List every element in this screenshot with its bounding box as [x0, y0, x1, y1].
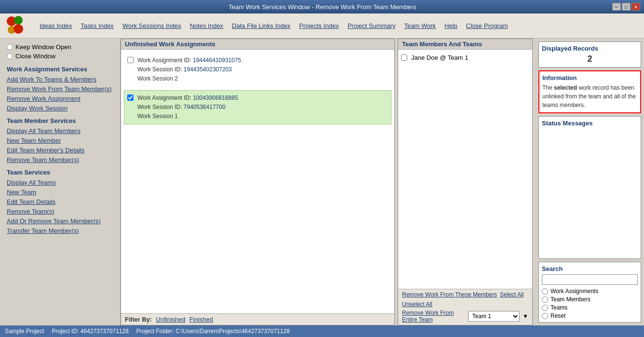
sidebar-display-all-teams[interactable]: Display All Teams — [7, 178, 113, 187]
sidebar-display-all-team-members[interactable]: Display All Team Members — [7, 127, 113, 135]
team-panel-footer: Remove Work From These Members Select Al… — [398, 289, 532, 325]
sidebar-edit-team-member[interactable]: Edit Team Member's Details — [7, 146, 113, 154]
work-assignments-panel: Unfinished Work Assignments Work Assignm… — [121, 39, 395, 325]
remove-work-from-team-link[interactable]: Remove Work From Entire Team — [402, 310, 465, 323]
title-bar-controls: ─ □ ✕ — [612, 3, 640, 11]
work-item-1-assignment-id: 194446410931075 — [193, 57, 241, 64]
team-member-1-name: Jane Doe @ Team 1 — [411, 54, 468, 61]
status-messages-box: Status Messages — [538, 116, 641, 259]
status-messages-title: Status Messages — [542, 120, 638, 127]
sidebar-remove-work-from-member[interactable]: Remove Work From Team Member(s) — [7, 85, 113, 93]
team-select-row: Remove Work From Entire Team Team 1 ▼ — [402, 310, 528, 323]
work-item-1-session-id: 194435402307203 — [184, 66, 232, 73]
team-select-dropdown[interactable]: Team 1 — [468, 311, 520, 322]
filter-bar: Filter By: Unfinished Finished — [121, 313, 394, 325]
svg-point-3 — [13, 24, 23, 34]
displayed-records-value: 2 — [542, 54, 638, 64]
menu-tasks-index[interactable]: Tasks Index — [77, 20, 118, 31]
status-bar: Sample Project Project ID: 4642737370711… — [0, 325, 644, 337]
select-all-link[interactable]: Select All — [500, 291, 523, 298]
title-bar-text: Team Work Services Window - Remove Work … — [33, 3, 612, 11]
minimize-button[interactable]: ─ — [612, 3, 621, 11]
sidebar-add-work[interactable]: Add Work To Teams & Members — [7, 75, 113, 83]
search-radio-group: Work Assignments Team Members Teams — [542, 288, 638, 319]
team-member-1-checkbox[interactable] — [401, 54, 407, 61]
work-item-2-checkbox[interactable] — [127, 94, 134, 101]
main-area: Keep Window Open Close Window Work Assig… — [0, 39, 644, 325]
remove-work-from-members-link[interactable]: Remove Work From These Members — [402, 291, 497, 298]
menu-data-file-links-index[interactable]: Data File Links Index — [228, 20, 294, 31]
sidebar-new-team[interactable]: New Team — [7, 188, 113, 196]
work-item-1: Work Assignment ID: 194446410931075 Work… — [124, 53, 391, 87]
filter-label: Filter By: — [125, 316, 152, 323]
sidebar-edit-team-details[interactable]: Edit Team Details — [7, 198, 113, 206]
maximize-button[interactable]: □ — [622, 3, 631, 11]
unselect-all-link[interactable]: Unselect All — [402, 301, 432, 308]
team-panel-body: Jane Doe @ Team 1 — [398, 50, 532, 289]
sidebar-new-team-member[interactable]: New Team Member — [7, 136, 113, 145]
search-title: Search — [542, 265, 638, 272]
search-team-members-radio[interactable]: Team Members — [542, 296, 638, 303]
window-options: Keep Window Open Close Window — [7, 43, 113, 60]
team-footer-actions-row: Remove Work From These Members Select Al… — [402, 291, 528, 308]
panels-row: Unfinished Work Assignments Work Assignm… — [121, 39, 644, 325]
team-services-title: Team Services — [7, 169, 113, 176]
app-logo — [5, 15, 30, 37]
team-panel-title: Team Members And Teams — [398, 39, 532, 50]
sidebar-remove-team-member[interactable]: Remove Team Member(s) — [7, 156, 113, 164]
filter-unfinished[interactable]: Unfinished — [156, 316, 185, 323]
work-item-2-session-id: 7940536417700 — [184, 104, 226, 110]
status-project-folder: Project Folder: C:\Users\Darren\Projects… — [136, 328, 290, 335]
work-assignment-services-title: Work Assignment Services — [7, 66, 113, 73]
search-box: Search Work Assignments Team Members — [538, 262, 641, 323]
search-teams-radio[interactable]: Teams — [542, 304, 638, 311]
work-item-2-assignment-id: 10043906816885 — [193, 94, 238, 101]
title-bar: Team Work Services Window - Remove Work … — [0, 0, 644, 13]
status-project: Sample Project — [5, 328, 44, 335]
filter-finished[interactable]: Finished — [189, 316, 213, 323]
search-input[interactable] — [542, 274, 638, 285]
sidebar-add-remove-team-member[interactable]: Add Or Remove Team Member(s) — [7, 217, 113, 225]
work-item-1-session-label: Work Session 2 — [137, 75, 178, 82]
menu-projects-index[interactable]: Projects Index — [295, 20, 343, 31]
svg-point-1 — [14, 16, 23, 25]
information-text: The selected work record has been unlink… — [542, 83, 637, 109]
information-title: Information — [542, 74, 637, 81]
work-item-2: Work Assignment ID: 10043906816885 Work … — [124, 90, 391, 125]
right-sidebar: Displayed Records 2 Information The sele… — [536, 39, 644, 325]
team-select-chevron-icon: ▼ — [523, 313, 528, 320]
team-member-services-title: Team Member Services — [7, 117, 113, 124]
work-item-1-details: Work Assignment ID: 194446410931075 Work… — [137, 56, 241, 84]
sidebar-remove-work-assignment[interactable]: Remove Work Assignment — [7, 94, 113, 103]
menu-ideas-index[interactable]: Ideas Index — [36, 20, 76, 31]
menu-bar: Ideas Index Tasks Index Work Sessions In… — [0, 13, 644, 39]
work-panel-title: Unfinished Work Assignments — [121, 39, 394, 50]
information-box: Information The selected work record has… — [538, 70, 641, 113]
search-work-assignments-radio[interactable]: Work Assignments — [542, 288, 638, 295]
sidebar-transfer-team-member[interactable]: Transfer Team Member(s) — [7, 227, 113, 235]
displayed-records-box: Displayed Records 2 — [538, 41, 641, 67]
menu-team-work[interactable]: Team Work — [401, 20, 440, 31]
search-reset-radio[interactable]: Reset — [542, 312, 638, 319]
work-item-2-details: Work Assignment ID: 10043906816885 Work … — [137, 94, 238, 121]
close-window-radio[interactable]: Close Window — [7, 53, 113, 60]
work-item-1-checkbox[interactable] — [127, 57, 134, 63]
sidebar-display-work-session[interactable]: Display Work Session — [7, 104, 113, 112]
team-members-panel: Team Members And Teams Jane Doe @ Team 1… — [398, 39, 533, 325]
work-panel-body: Work Assignment ID: 194446410931075 Work… — [121, 50, 394, 313]
team-member-item-1: Jane Doe @ Team 1 — [401, 53, 529, 63]
displayed-records-title: Displayed Records — [542, 45, 638, 52]
close-button[interactable]: ✕ — [631, 3, 640, 11]
menu-project-summary[interactable]: Project Summary — [344, 20, 400, 31]
sidebar-remove-team[interactable]: Remove Team(s) — [7, 207, 113, 216]
menu-notes-index[interactable]: Notes Index — [186, 20, 227, 31]
sidebar: Keep Window Open Close Window Work Assig… — [0, 39, 121, 325]
menu-close-program[interactable]: Close Program — [462, 20, 512, 31]
menu-help[interactable]: Help — [441, 20, 461, 31]
work-item-2-session-label: Work Session 1 — [137, 113, 178, 120]
keep-window-open-radio[interactable]: Keep Window Open — [7, 43, 113, 51]
menu-nav: Ideas Index Tasks Index Work Sessions In… — [36, 20, 512, 31]
menu-work-sessions-index[interactable]: Work Sessions Index — [119, 20, 185, 31]
status-project-id: Project ID: 464273737071128 — [52, 328, 128, 335]
